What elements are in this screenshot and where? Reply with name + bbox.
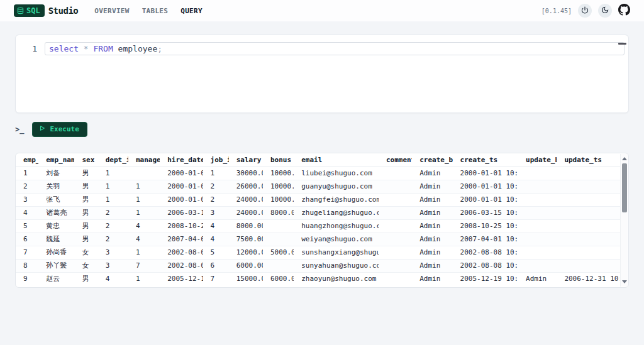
table-cell: weiyan@shuguo.com (294, 233, 379, 246)
table-cell: 2000-01-01 10:00:00 (453, 193, 519, 206)
nav-query[interactable]: QUERY (180, 7, 203, 15)
table-cell: 2000-01-01 (160, 193, 203, 206)
editor-active-line[interactable]: select * FROM employee; (45, 42, 625, 55)
table-cell: 男 (74, 193, 97, 206)
table-cell: 2006-03-15 (160, 206, 203, 219)
table-cell: 3 (16, 193, 38, 206)
sql-token-operator: * (84, 44, 94, 53)
table-cell: 2 (203, 180, 229, 193)
github-link[interactable] (618, 4, 630, 18)
sql-token-operator: ; (157, 44, 162, 53)
column-header-bonus: bonus (263, 153, 294, 167)
table-row: 6魏延男242007-04-0147500.00weiyan@shuguo.co… (16, 233, 620, 246)
main-nav: OVERVIEW TABLES QUERY (94, 7, 203, 15)
table-cell (379, 219, 412, 233)
table-cell: 10000.00 (263, 180, 294, 193)
table-row: 9赵云男412005-12-19715000.006000.00zhaoyun@… (16, 272, 620, 285)
table-cell (518, 206, 557, 219)
table-cell: 2002-08-08 10:00:00 (453, 246, 519, 259)
table-cell: Admin (518, 272, 557, 285)
execute-row: >_ Execute (15, 122, 629, 137)
table-cell: 1 (98, 180, 128, 193)
table-cell (379, 193, 412, 206)
table-cell: 男 (74, 233, 97, 246)
table-cell: 10000.00 (263, 167, 294, 180)
table-cell (518, 246, 557, 259)
column-header-hire_date: hire_date (160, 153, 203, 167)
table-cell (379, 272, 412, 285)
editor-scrollbar-thumb[interactable] (618, 43, 626, 45)
table-cell: 男 (74, 219, 97, 233)
table-cell: Admin (412, 193, 452, 206)
column-header-create_ts: create_ts (453, 153, 519, 167)
power-button[interactable] (578, 4, 592, 18)
scroll-up-icon[interactable] (622, 157, 627, 160)
table-cell: 2007-04-01 10:00:00 (453, 233, 519, 246)
app-logo[interactable]: SQL Studio (14, 4, 78, 17)
table-cell: 3 (98, 246, 128, 259)
table-cell: 2 (98, 233, 128, 246)
execute-button[interactable]: Execute (32, 122, 87, 137)
theme-toggle-button[interactable] (598, 4, 612, 18)
nav-overview[interactable]: OVERVIEW (94, 7, 129, 15)
table-cell: 4 (98, 272, 128, 285)
column-header-create_by: create_by (412, 153, 452, 167)
column-header-emp_name: emp_name (38, 153, 74, 167)
table-cell: 26000.00 (229, 180, 263, 193)
table-cell (379, 233, 412, 246)
line-number: 1 (16, 42, 45, 55)
table-cell: Admin (412, 180, 452, 193)
terminal-prompt-icon: >_ (15, 125, 24, 134)
table-cell: 4 (16, 206, 38, 219)
table-cell: 8 (16, 259, 38, 272)
table-scrollbar-thumb[interactable] (622, 163, 627, 212)
table-cell: 赵云 (38, 272, 74, 285)
table-cell: Admin (412, 246, 452, 259)
sql-token-keyword: FROM (93, 44, 113, 53)
table-cell: sunyahuan@shuguo.com (294, 259, 379, 272)
table-cell: 2000-01-01 10:00:00 (453, 167, 519, 180)
table-cell: 刘备 (38, 167, 74, 180)
table-cell: zhaoyun@shuguo.com (294, 272, 379, 285)
table-cell: 1 (16, 167, 38, 180)
table-row: 2关羽男112000-01-01226000.0010000.00guanyu@… (16, 180, 620, 193)
table-cell: 6 (16, 233, 38, 246)
table-scrollbar[interactable] (620, 154, 628, 287)
table-cell (379, 180, 412, 193)
power-icon (581, 6, 589, 16)
logo-label: SQL (26, 6, 40, 15)
table-cell: Admin (412, 259, 452, 272)
column-header-dept_id: dept_id (98, 153, 128, 167)
table-cell: 2 (203, 193, 229, 206)
github-icon (618, 4, 630, 18)
table-cell: 6 (203, 259, 229, 272)
table-cell (263, 233, 294, 246)
table-cell: 2002-08-08 (160, 259, 203, 272)
table-cell: 男 (74, 206, 97, 219)
scroll-down-icon[interactable] (622, 280, 627, 283)
table-row: 1刘备男12000-01-01130000.0010000.00liubei@s… (16, 167, 620, 180)
table-cell: 2007-04-01 (160, 233, 203, 246)
sql-editor[interactable]: 1 select * FROM employee; (15, 35, 629, 113)
results-table: emp_idemp_namesexdept_idmanagerhire_date… (16, 153, 620, 285)
sql-token-identifier: employee (113, 44, 157, 53)
table-cell: 诸葛亮 (38, 206, 74, 219)
table-cell: 2008-10-25 (160, 219, 203, 233)
table-cell: 2 (98, 206, 128, 219)
table-cell: 15000.00 (229, 272, 263, 285)
table-cell: 5 (16, 219, 38, 233)
table-cell (518, 233, 557, 246)
table-cell: 3 (98, 259, 128, 272)
nav-tables[interactable]: TABLES (142, 7, 169, 15)
results-table-card: emp_idemp_namesexdept_idmanagerhire_date… (15, 153, 629, 288)
table-cell: 7500.00 (229, 233, 263, 246)
table-cell (557, 246, 620, 259)
table-cell (557, 219, 620, 233)
table-cell: 30000.00 (229, 167, 263, 180)
table-cell: 7 (16, 246, 38, 259)
table-row: 4诸葛亮男212006-03-15324000.008000.00zhugeli… (16, 206, 620, 219)
table-row: 5黄忠男242008-10-2548000.00huangzhong@shugu… (16, 219, 620, 233)
table-cell: 男 (74, 272, 97, 285)
table-cell (557, 206, 620, 219)
table-cell: 4 (203, 233, 229, 246)
